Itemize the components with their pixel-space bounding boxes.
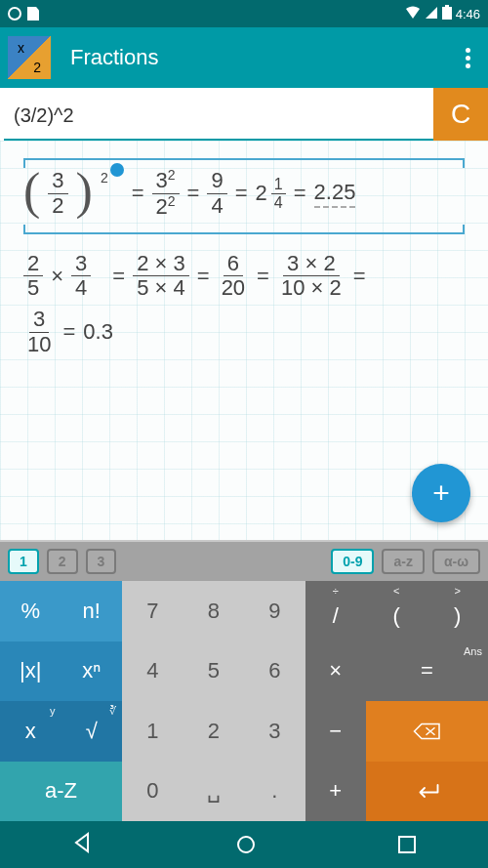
equals-5: = — [112, 264, 125, 289]
page-row: 1 2 3 0-9 a-z α-ω — [0, 542, 488, 581]
key-5[interactable]: 5 — [183, 641, 245, 702]
key-multiply[interactable]: × — [305, 641, 367, 702]
equation-2b[interactable]: 310 = 0.3 — [14, 308, 474, 363]
rparen: ) — [76, 171, 93, 212]
equation-2[interactable]: 25 × 34 = 2 × 35 × 4 = 620 = 3 × 210 × 2… — [14, 244, 474, 308]
frac-step3: 3 × 210 × 2 — [277, 252, 346, 300]
mode-numeric-tab[interactable]: 0-9 — [331, 549, 374, 574]
page-3-tab[interactable]: 3 — [86, 549, 117, 574]
key-1[interactable]: 1 — [122, 701, 183, 762]
svg-rect-1 — [445, 5, 449, 7]
decimal-result: 2.25 — [314, 180, 356, 208]
frac-3sq-over-2sq: 32 22 — [152, 168, 180, 219]
equals-8: = — [353, 264, 366, 289]
key-alpha-toggle[interactable]: a-Z — [0, 762, 122, 822]
expression-input[interactable] — [4, 92, 433, 141]
sd-card-icon — [27, 7, 39, 21]
frac-2-5: 25 — [23, 252, 43, 300]
app-bar: Fractions — [0, 27, 488, 88]
signal-icon — [425, 6, 438, 22]
svg-rect-0 — [442, 7, 452, 20]
equals-1: = — [132, 181, 144, 206]
key-2[interactable]: 2 — [183, 701, 245, 762]
equation-1[interactable]: ( 3 2 ) 2 = 32 22 = 9 4 = 2 14 = 2.25 — [14, 160, 474, 227]
add-fab-button[interactable]: + — [412, 464, 470, 522]
keypad: % n! 7 8 9 ÷/ <( >) |x| xⁿ 4 5 6 × Ans= … — [0, 581, 488, 821]
key-sqrt[interactable]: ∛√ — [61, 701, 123, 762]
key-lparen[interactable]: <( — [366, 581, 427, 641]
key-9[interactable]: 9 — [244, 581, 305, 641]
key-4[interactable]: 4 — [122, 641, 183, 702]
exponent-2: 2 — [101, 170, 108, 186]
nav-home-button[interactable] — [237, 836, 255, 853]
status-time: 4:46 — [456, 7, 480, 21]
backspace-icon — [413, 720, 442, 743]
decimal-0-3: 0.3 — [83, 319, 113, 345]
key-percent[interactable]: % — [0, 581, 61, 641]
status-ring-icon — [8, 7, 21, 21]
key-factorial[interactable]: n! — [61, 581, 123, 641]
frac-6-20: 620 — [218, 252, 249, 300]
equals-4: = — [294, 181, 306, 206]
wifi-icon — [405, 6, 421, 22]
key-8[interactable]: 8 — [183, 581, 245, 641]
key-plus[interactable]: + — [305, 762, 367, 822]
equals-6: = — [197, 264, 210, 289]
key-equals[interactable]: Ans= — [366, 641, 488, 702]
key-7[interactable]: 7 — [122, 581, 183, 641]
equals-9: = — [62, 319, 75, 345]
frac-3-4: 34 — [71, 252, 91, 300]
lparen: ( — [23, 171, 40, 212]
key-rparen[interactable]: >) — [427, 581, 489, 641]
battery-icon — [442, 5, 452, 22]
key-x[interactable]: yx — [0, 701, 61, 762]
key-abs[interactable]: |x| — [0, 641, 61, 702]
key-dot[interactable]: . — [244, 762, 305, 822]
page-1-tab[interactable]: 1 — [8, 549, 39, 574]
equals-7: = — [257, 264, 269, 289]
nav-recent-button[interactable] — [398, 836, 416, 853]
frac-9-over-4: 9 4 — [207, 169, 226, 217]
more-menu-button[interactable] — [448, 45, 488, 71]
mode-alpha-tab[interactable]: a-z — [382, 549, 424, 574]
input-row: C — [0, 88, 488, 141]
key-minus[interactable]: − — [305, 701, 367, 762]
frac-3-over-2: 3 2 — [48, 169, 67, 217]
key-6[interactable]: 6 — [244, 641, 305, 702]
android-nav-bar — [0, 821, 488, 868]
status-bar: 4:46 — [0, 0, 488, 27]
page-2-tab[interactable]: 2 — [47, 549, 78, 574]
frac-step1: 2 × 35 × 4 — [133, 252, 189, 300]
selection-top-bracket — [23, 158, 465, 160]
mixed-2-1-4: 2 14 — [256, 176, 286, 212]
key-3[interactable]: 3 — [244, 701, 305, 762]
key-space[interactable]: ␣ — [183, 762, 245, 822]
key-0[interactable]: 0 — [122, 762, 183, 822]
app-title: Fractions — [70, 45, 158, 70]
work-area[interactable]: ( 3 2 ) 2 = 32 22 = 9 4 = 2 14 = 2.25 25… — [0, 141, 488, 542]
equals-3: = — [235, 181, 248, 206]
enter-icon — [413, 779, 442, 803]
mode-greek-tab[interactable]: α-ω — [432, 549, 480, 574]
key-divide[interactable]: ÷/ — [305, 581, 367, 641]
nav-back-button[interactable] — [72, 832, 94, 857]
frac-3-10: 310 — [23, 308, 55, 355]
key-backspace[interactable] — [366, 701, 488, 762]
app-icon[interactable] — [8, 36, 51, 79]
key-enter[interactable] — [366, 762, 488, 822]
times-sign: × — [51, 264, 63, 289]
cursor-handle-icon[interactable] — [110, 163, 124, 177]
selection-bottom-bracket — [23, 232, 465, 234]
key-power[interactable]: xⁿ — [61, 641, 123, 702]
equals-2: = — [187, 181, 200, 206]
clear-button[interactable]: C — [433, 88, 488, 141]
